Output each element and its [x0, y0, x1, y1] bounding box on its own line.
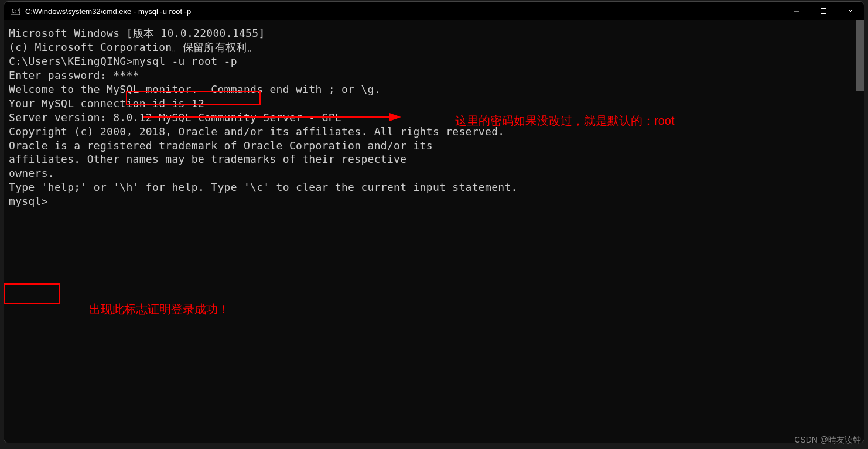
cmd-window: C:\ C:\Windows\system32\cmd.exe - mysql … [4, 1, 864, 443]
window-controls [783, 2, 864, 20]
prompt-path: C:\Users\KEingQING> [9, 55, 133, 67]
watermark: CSDN @晴友读钟 [794, 435, 861, 445]
scrollbar-thumb[interactable] [856, 20, 864, 91]
mysql-prompt: mysql> [9, 194, 859, 208]
terminal-line: Oracle is a registered trademark of Orac… [9, 139, 859, 153]
terminal-line: Welcome to the MySQL monitor. Commands e… [9, 83, 859, 97]
window-title: C:\Windows\system32\cmd.exe - mysql -u r… [25, 7, 191, 16]
typed-command: mysql -u root -p [133, 55, 237, 67]
minimize-button[interactable] [783, 2, 810, 20]
cmd-icon: C:\ [10, 7, 20, 15]
svg-rect-3 [821, 9, 826, 14]
terminal-line: affiliates. Other names may be trademark… [9, 152, 859, 166]
terminal-line: C:\Users\KEingQING>mysql -u root -p [9, 54, 859, 68]
terminal-line: (c) Microsoft Corporation。保留所有权利。 [9, 40, 859, 54]
titlebar[interactable]: C:\ C:\Windows\system32\cmd.exe - mysql … [4, 2, 864, 20]
terminal-body[interactable]: Microsoft Windows [版本 10.0.22000.1455] (… [4, 20, 864, 443]
annotation-success-hint: 出现此标志证明登录成功！ [89, 301, 230, 317]
close-button[interactable] [837, 2, 864, 20]
terminal-line: owners. [9, 166, 859, 180]
maximize-button[interactable] [810, 2, 837, 20]
terminal-line: Copyright (c) 2000, 2018, Oracle and/or … [9, 125, 859, 139]
annotation-highlight-prompt [4, 283, 60, 304]
svg-text:C:\: C:\ [12, 9, 20, 14]
terminal-line: Enter password: **** [9, 68, 859, 83]
annotation-password-hint: 这里的密码如果没改过，就是默认的：root [455, 113, 674, 129]
terminal-line: Microsoft Windows [版本 10.0.22000.1455] [9, 26, 859, 40]
terminal-line: Type 'help;' or '\h' for help. Type '\c'… [9, 180, 859, 194]
terminal-line: Server version: 8.0.12 MySQL Community S… [9, 111, 859, 125]
terminal-line: Your MySQL connection id is 12 [9, 97, 859, 111]
